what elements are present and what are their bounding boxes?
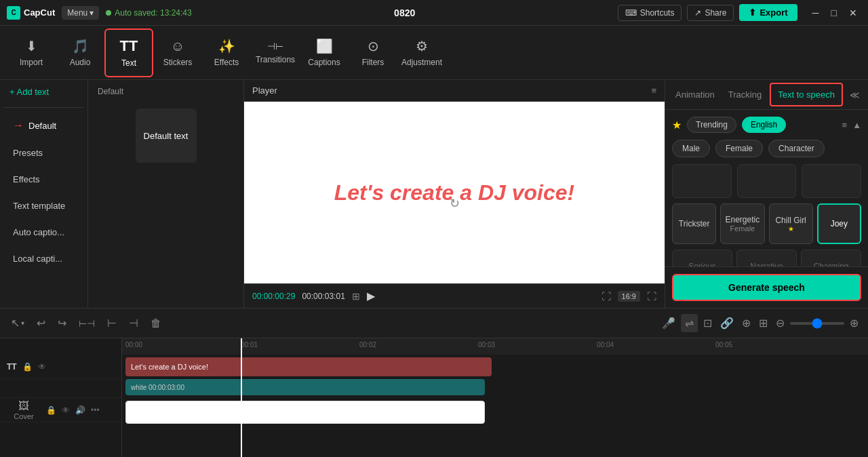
generate-speech-button[interactable]: Generate speech: [672, 274, 861, 301]
align-center-icon[interactable]: ⊕: [739, 314, 753, 332]
sidebar-item-presets[interactable]: Presets: [3, 141, 84, 165]
voice-cat-female[interactable]: Female: [715, 140, 763, 157]
tab-tracking[interactable]: Tracking: [722, 81, 768, 108]
share-button[interactable]: ↗ Share: [687, 5, 734, 21]
voice-cat-character[interactable]: Character: [768, 140, 825, 157]
visibility-icon[interactable]: 👁: [38, 362, 46, 372]
tool-filters[interactable]: ⊙ Filters: [349, 28, 397, 77]
video-visibility-icon[interactable]: 👁: [62, 405, 70, 415]
voice-card-joey[interactable]: Joey: [817, 203, 861, 244]
player-menu-icon[interactable]: ≡: [651, 85, 656, 96]
trim-left-button[interactable]: ⊢: [103, 314, 121, 332]
video-lock-icon[interactable]: 🔒: [46, 405, 56, 415]
tool-effects[interactable]: ✨ Effects: [202, 28, 251, 77]
voice-card-energetic-female[interactable]: Energetic Female: [720, 203, 764, 244]
cover-label: 🖼 Cover: [7, 400, 41, 420]
player-title: Player: [252, 85, 277, 96]
tool-adjustment[interactable]: ⚙ Adjustment: [397, 28, 446, 77]
tab-text-to-speech[interactable]: Text to speech: [770, 83, 843, 106]
redo-button[interactable]: ↪: [54, 314, 71, 332]
default-text-card[interactable]: Default text: [136, 108, 197, 163]
tool-import[interactable]: ⬇ Import: [7, 28, 56, 77]
trending-chip[interactable]: Trending: [687, 117, 736, 133]
sidebar-item-auto-caption[interactable]: Auto captio...: [3, 220, 84, 244]
tool-transitions[interactable]: ⊣⊢ Transitions: [251, 28, 300, 77]
cover-clip-row: [122, 399, 868, 425]
text-track-icon: TT: [7, 362, 17, 372]
audio-icon[interactable]: 🔊: [75, 405, 85, 415]
cover-clip[interactable]: [125, 401, 485, 424]
player-canvas: Let's create a DJ voice! ↻: [244, 102, 665, 283]
tab-animation[interactable]: Animation: [669, 81, 722, 108]
more-icon[interactable]: •••: [91, 405, 100, 415]
stickers-icon: ☺: [171, 39, 184, 54]
playhead[interactable]: [241, 338, 242, 457]
microphone-icon[interactable]: 🎤: [659, 314, 678, 332]
voice-cards-row2: Serious Narrative Charming: [672, 250, 861, 266]
voice-card-charming[interactable]: Charming: [801, 250, 861, 266]
zoom-out-icon[interactable]: ⊖: [773, 314, 787, 332]
timeline-right-tools: 🎤 ⇌ ⊡ 🔗 ⊕ ⊞ ⊖ ⊕: [659, 314, 861, 332]
tool-stickers[interactable]: ☺ Stickers: [153, 28, 202, 77]
trim-right-button[interactable]: ⊣: [125, 314, 142, 332]
time-total: 00:00:03:01: [302, 292, 344, 301]
sidebar-item-effects[interactable]: Effects: [3, 167, 84, 191]
ruler-mark-1: 00:01: [241, 341, 258, 349]
voice-card-serious[interactable]: Serious: [672, 250, 732, 266]
ruler-mark-0: 00:00: [125, 341, 142, 349]
loading-icon: ↻: [450, 196, 460, 211]
minimize-button[interactable]: ─: [808, 6, 823, 20]
voice-thumb-3: [802, 164, 861, 198]
link-icon[interactable]: ⇌: [681, 314, 698, 332]
sidebar-item-text-template[interactable]: Text template: [3, 194, 84, 218]
player-area: Player ≡ Let's create a DJ voice! ↻ 00:0…: [244, 80, 665, 308]
delete-button[interactable]: 🗑: [146, 315, 165, 332]
add-text-button[interactable]: + Add text: [0, 80, 87, 104]
maximize-button[interactable]: □: [827, 6, 841, 20]
filter-row: ★ Trending English ≡ ▲: [672, 117, 861, 133]
undo-button[interactable]: ↩: [33, 314, 50, 332]
tool-captions[interactable]: ⬜ Captions: [300, 28, 349, 77]
aspect-ratio-badge[interactable]: 16:9: [618, 291, 640, 302]
timeline-area: ↖▾ ↩ ↪ ⊢⊣ ⊢ ⊣ 🗑 🎤 ⇌ ⊡ 🔗 ⊕ ⊞ ⊖ ⊕ TT 🔒: [0, 308, 868, 457]
sidebar-item-default[interactable]: → Default: [3, 113, 84, 138]
voice-card-narrative[interactable]: Narrative: [736, 250, 797, 266]
sub-clip[interactable]: white 00:00:03:00: [125, 379, 485, 395]
zoom-slider[interactable]: [790, 322, 844, 325]
right-panel: Animation Tracking Text to speech ≪ ★ Tr…: [665, 80, 868, 308]
sub-clip-row: white 00:00:03:00: [122, 378, 868, 397]
voice-category-row: Male Female Character: [672, 140, 861, 157]
favorites-star-button[interactable]: ★: [672, 119, 682, 132]
voice-card-trickster[interactable]: Trickster: [672, 203, 716, 244]
grid-view-icon[interactable]: ⊞: [352, 291, 360, 302]
magnet-icon[interactable]: ⊡: [701, 314, 715, 332]
tool-audio[interactable]: 🎵 Audio: [56, 28, 104, 77]
zoom-in-icon[interactable]: ⊕: [847, 314, 861, 332]
tool-text[interactable]: TT Text: [104, 28, 153, 77]
top-bar: C CapCut Menu ▾ Auto saved: 13:24:43 082…: [0, 0, 868, 26]
timeline-toolbar: ↖▾ ↩ ↪ ⊢⊣ ⊢ ⊣ 🗑 🎤 ⇌ ⊡ 🔗 ⊕ ⊞ ⊖ ⊕: [0, 309, 868, 338]
select-tool[interactable]: ↖▾: [7, 314, 28, 332]
voice-card-chill-girl[interactable]: Chill Girl ★: [769, 203, 813, 244]
sort-icon[interactable]: ≡: [842, 120, 848, 130]
text-icon: TT: [120, 37, 138, 55]
time-current: 00:00:00:29: [252, 292, 295, 301]
english-chip[interactable]: English: [742, 117, 786, 133]
voice-cat-male[interactable]: Male: [672, 140, 710, 157]
shortcuts-button[interactable]: ⌨ Shortcuts: [618, 5, 682, 21]
lock-icon[interactable]: 🔒: [22, 362, 33, 372]
play-button[interactable]: ▶: [367, 290, 375, 302]
close-button[interactable]: ✕: [845, 6, 861, 20]
export-button[interactable]: ⬆ Export: [739, 4, 797, 21]
text-clip[interactable]: Let's create a DJ voice!: [125, 357, 492, 376]
sidebar-item-local-caption[interactable]: Local capti...: [3, 247, 84, 271]
menu-button[interactable]: Menu ▾: [62, 6, 99, 20]
chain-icon[interactable]: 🔗: [717, 314, 736, 332]
fullscreen-icon[interactable]: ⛶: [647, 291, 656, 302]
voice-thumb-1: [672, 164, 732, 198]
crop-icon[interactable]: ⊞: [756, 314, 770, 332]
filter-collapse-arrow[interactable]: ▲: [852, 120, 861, 130]
split-button[interactable]: ⊢⊣: [75, 315, 99, 332]
collapse-panel-button[interactable]: ≪: [844, 84, 865, 106]
fit-screen-icon[interactable]: ⛶: [601, 291, 611, 302]
